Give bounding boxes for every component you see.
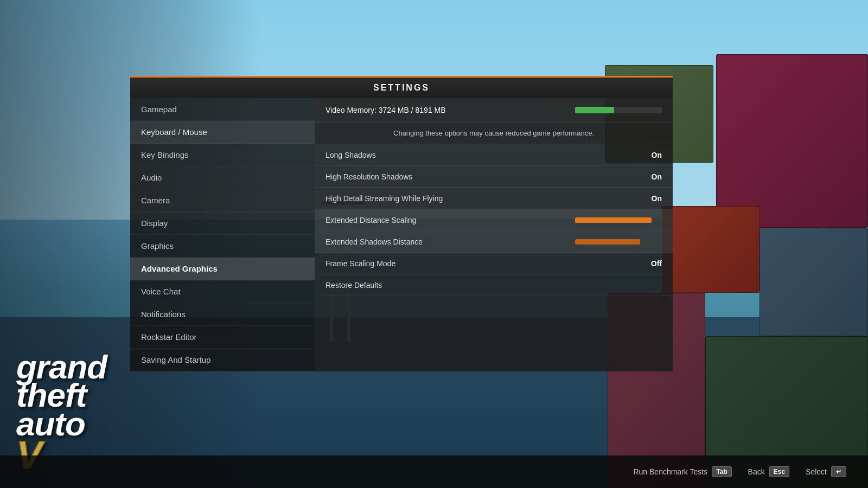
slider-fill (575, 239, 640, 245)
setting-label: Frame Scaling Mode (326, 259, 640, 268)
setting-value: On (640, 194, 662, 203)
select-button[interactable]: Select ↵ (806, 466, 846, 477)
settings-title: SETTINGS (373, 83, 430, 92)
sidebar-item-audio[interactable]: Audio (130, 166, 315, 189)
sidebar-item-label: Camera (141, 196, 170, 205)
setting-label: Long Shadows (326, 151, 640, 159)
setting-value: On (640, 151, 662, 159)
sidebar-item-label: Key Bindings (141, 150, 189, 159)
sidebar-item-display[interactable]: Display (130, 212, 315, 235)
settings-body: Gamepad Keyboard / Mouse Key Bindings Au… (130, 98, 673, 371)
sidebar-item-camera[interactable]: Camera (130, 189, 315, 212)
setting-label: Restore Defaults (326, 281, 662, 290)
sidebar-item-advanced-graphics[interactable]: Advanced Graphics (130, 258, 315, 280)
settings-nav: Gamepad Keyboard / Mouse Key Bindings Au… (130, 98, 315, 371)
setting-label: High Resolution Shadows (326, 172, 640, 181)
setting-label: High Detail Streaming While Flying (326, 194, 640, 203)
sidebar-item-label: Rockstar Editor (141, 332, 197, 342)
sidebar-item-rockstar-editor[interactable]: Rockstar Editor (130, 326, 315, 349)
video-memory-bar (575, 107, 662, 113)
sidebar-item-label: Display (141, 219, 168, 228)
bottom-bar: Run Benchmark Tests Tab Back Esc Select … (0, 455, 868, 488)
extended-distance-slider[interactable] (575, 217, 662, 223)
slider-fill (575, 217, 652, 223)
warning-text: Changing these options may cause reduced… (315, 123, 673, 144)
run-benchmark-label: Run Benchmark Tests (633, 467, 707, 476)
select-label: Select (806, 467, 827, 476)
sidebar-item-label: Graphics (141, 241, 174, 251)
setting-label: Extended Distance Scaling (326, 216, 575, 224)
select-key: ↵ (831, 466, 846, 477)
sidebar-item-label: Saving And Startup (141, 355, 210, 364)
settings-panel: SETTINGS Gamepad Keyboard / Mouse Key Bi… (130, 76, 673, 371)
setting-row-high-resolution-shadows[interactable]: High Resolution Shadows On (315, 166, 673, 188)
sidebar-item-key-bindings[interactable]: Key Bindings (130, 144, 315, 166)
sidebar-item-notifications[interactable]: Notifications (130, 303, 315, 326)
sidebar-item-keyboard-mouse[interactable]: Keyboard / Mouse (130, 121, 315, 144)
settings-header: SETTINGS (130, 76, 673, 98)
settings-content: Video Memory: 3724 MB / 8191 MB Changing… (315, 98, 673, 371)
back-key: Esc (769, 466, 789, 477)
sidebar-item-gamepad[interactable]: Gamepad (130, 98, 315, 121)
setting-value: Off (640, 259, 662, 268)
sidebar-item-label: Audio (141, 173, 162, 182)
video-memory-label: Video Memory: 3724 MB / 8191 MB (326, 106, 575, 114)
sidebar-item-label: Advanced Graphics (141, 264, 218, 273)
sidebar-item-label: Voice Chat (141, 287, 181, 296)
setting-row-restore-defaults[interactable]: Restore Defaults (315, 274, 673, 296)
sidebar-item-label: Keyboard / Mouse (141, 127, 207, 137)
video-memory-row: Video Memory: 3724 MB / 8191 MB (315, 98, 673, 123)
back-button[interactable]: Back Esc (748, 466, 789, 477)
gta-logo: grand theft auto V (16, 353, 107, 472)
setting-row-high-detail-streaming[interactable]: High Detail Streaming While Flying On (315, 188, 673, 209)
sidebar-item-voice-chat[interactable]: Voice Chat (130, 280, 315, 303)
sidebar-item-label: Notifications (141, 310, 186, 319)
video-memory-bar-fill (575, 107, 614, 113)
setting-row-frame-scaling-mode[interactable]: Frame Scaling Mode Off (315, 253, 673, 274)
run-benchmark-key: Tab (712, 466, 731, 477)
setting-row-extended-shadows-distance[interactable]: Extended Shadows Distance (315, 231, 673, 253)
setting-label: Extended Shadows Distance (326, 237, 575, 246)
sidebar-item-label: Gamepad (141, 105, 177, 114)
back-label: Back (748, 467, 765, 476)
setting-value: On (640, 172, 662, 181)
setting-row-extended-distance-scaling[interactable]: Extended Distance Scaling (315, 209, 673, 231)
sidebar-item-graphics[interactable]: Graphics (130, 235, 315, 258)
run-benchmark-button[interactable]: Run Benchmark Tests Tab (633, 466, 731, 477)
setting-row-long-shadows[interactable]: Long Shadows On (315, 144, 673, 166)
extended-shadows-slider[interactable] (575, 239, 662, 245)
sidebar-item-saving-startup[interactable]: Saving And Startup (130, 349, 315, 371)
